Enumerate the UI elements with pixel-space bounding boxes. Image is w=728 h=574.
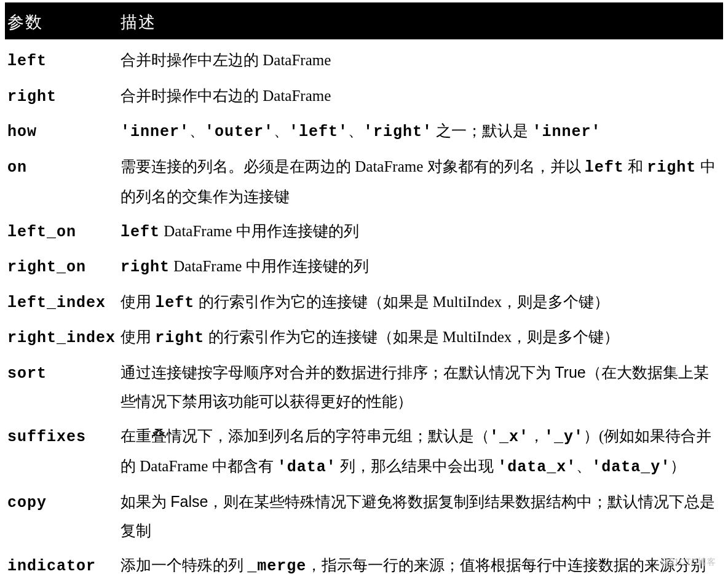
table-row: right_index使用 right 的行索引作为它的连接键（如果是 Mult… [5,320,723,356]
table-row: how'inner'、'outer'、'left'、'right' 之一；默认是… [5,114,723,149]
desc-cell: 使用 right 的行索引作为它的连接键（如果是 MultiIndex，则是多个… [121,322,723,353]
table-row: right合并时操作中右边的 DataFrame [5,79,723,114]
param-name: indicator [7,557,96,574]
param-cell: suffixes [5,421,121,452]
param-cell: right_index [5,322,121,353]
param-name: how [7,123,37,141]
table-row: suffixes在重叠情况下，添加到列名后的字符串元组；默认是（'_x'，'_y… [5,419,723,485]
param-name: suffixes [7,428,86,446]
header-desc: 描述 [121,7,723,38]
table-row: left_onleft DataFrame 中用作连接键的列 [5,214,723,250]
param-cell: left [5,46,121,76]
desc-cell: 在重叠情况下，添加到列名后的字符串元组；默认是（'_x'，'_y'）(例如如果待… [121,421,723,482]
table-header-row: 参数 描述 [5,4,723,39]
table-row: sort通过连接键按字母顺序对合并的数据进行排序；在默认情况下为 True（在大… [5,356,723,419]
param-name: right_on [7,258,86,276]
param-name: sort [7,365,47,383]
watermark: @51CTO博客 [660,554,716,570]
table-body: left合并时操作中左边的 DataFrameright合并时操作中右边的 Da… [5,39,723,574]
desc-cell: 使用 left 的行索引作为它的连接键（如果是 MultiIndex，则是多个键… [121,287,723,318]
table-row: on需要连接的列名。必须是在两边的 DataFrame 对象都有的列名，并以 l… [5,149,723,214]
table-row: right_onright DataFrame 中用作连接键的列 [5,249,723,285]
param-name: left_on [7,223,76,241]
table-row: copy如果为 False，则在某些特殊情况下避免将数据复制到结果数据结构中；默… [5,485,723,548]
header-param: 参数 [5,7,121,38]
param-name: copy [7,494,47,512]
param-cell: right_on [5,252,121,282]
desc-cell: 合并时操作中右边的 DataFrame [121,81,723,111]
param-cell: left_on [5,217,121,247]
param-cell: sort [5,358,121,389]
param-cell: right [5,81,121,112]
desc-cell: right DataFrame 中用作连接键的列 [121,252,723,282]
param-name: left_index [7,294,106,312]
param-name: right_index [7,329,116,347]
param-name: right [7,88,57,106]
table-row: indicator添加一个特殊的列 _merge，指示每一行的来源；值将根据每行… [5,548,723,574]
param-name: left [7,52,47,70]
param-cell: copy [5,487,121,518]
desc-cell: 通过连接键按字母顺序对合并的数据进行排序；在默认情况下为 True（在大数据集上… [121,358,723,417]
desc-cell: 如果为 False，则在某些特殊情况下避免将数据复制到结果数据结构中；默认情况下… [121,487,723,546]
parameter-table: 参数 描述 left合并时操作中左边的 DataFrameright合并时操作中… [5,2,723,574]
param-cell: left_index [5,287,121,318]
desc-cell: 'inner'、'outer'、'left'、'right' 之一；默认是 'i… [121,116,723,147]
table-row: left合并时操作中左边的 DataFrame [5,43,723,79]
desc-cell: left DataFrame 中用作连接键的列 [121,217,723,247]
desc-cell: 合并时操作中左边的 DataFrame [121,46,723,75]
param-cell: how [5,116,121,147]
desc-cell: 添加一个特殊的列 _merge，指示每一行的来源；值将根据每行中连接数据的来源分… [121,551,723,574]
table-row: left_index使用 left 的行索引作为它的连接键（如果是 MultiI… [5,285,723,321]
param-cell: on [5,152,121,183]
desc-cell: 需要连接的列名。必须是在两边的 DataFrame 对象都有的列名，并以 lef… [121,152,723,212]
param-name: on [7,159,27,177]
param-cell: indicator [5,551,121,574]
